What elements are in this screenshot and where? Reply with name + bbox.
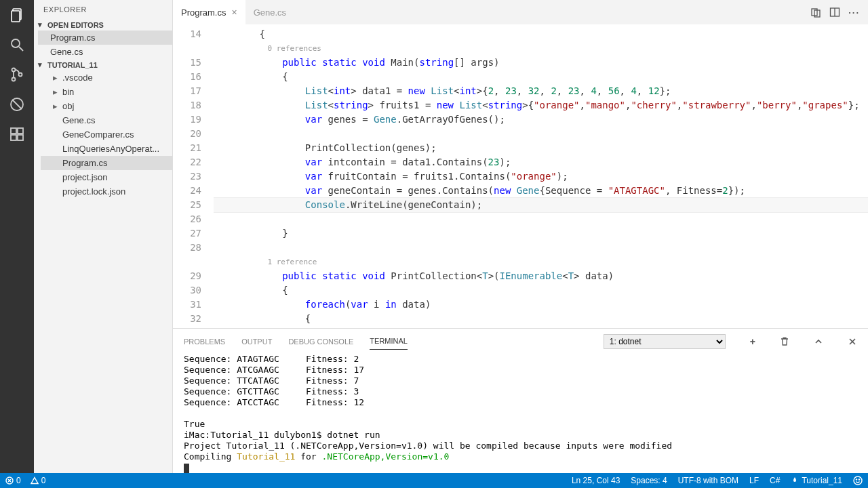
project-label: TUTORIAL_11 [47, 61, 98, 69]
code-line[interactable]: var fruitContain = fruits1.Contains("ora… [214, 169, 868, 184]
editor-tab[interactable]: Gene.cs [245, 0, 294, 24]
open-editor-item[interactable]: Gene.cs [38, 45, 172, 59]
open-editors-header[interactable]: ▾ OPEN EDITORS [34, 19, 172, 30]
code-line[interactable]: List<string> fruits1 = new List<string>{… [214, 98, 868, 113]
code-line[interactable]: { [214, 283, 868, 298]
svg-point-5 [12, 78, 16, 81]
editor-tab[interactable]: Program.cs× [173, 0, 245, 24]
code-line[interactable]: } [214, 226, 868, 241]
tree-item[interactable]: ▸.vscode [41, 70, 172, 85]
search-icon[interactable] [7, 35, 26, 54]
tree-item-label: bin [62, 87, 74, 97]
open-editor-item[interactable]: Program.cs [38, 30, 172, 45]
tree-item[interactable]: project.lock.json [41, 184, 172, 199]
code-line[interactable]: { [214, 27, 868, 41]
status-line-col[interactable]: Ln 25, Col 43 [572, 476, 620, 485]
svg-point-19 [856, 479, 856, 480]
svg-point-6 [19, 73, 22, 77]
open-editors-label: OPEN EDITORS [47, 21, 104, 29]
status-spaces[interactable]: Spaces: 4 [631, 476, 667, 485]
panel-tabs: PROBLEMS OUTPUT DEBUG CONSOLE TERMINAL 1… [173, 329, 868, 350]
tree-item[interactable]: project.json [41, 170, 172, 184]
output-tab[interactable]: OUTPUT [241, 333, 272, 350]
code-line[interactable]: var intcontain = data1.Contains(23); [214, 155, 868, 169]
explorer-icon[interactable] [7, 5, 26, 24]
panel-up-icon[interactable] [814, 337, 823, 346]
new-terminal-icon[interactable]: + [750, 336, 755, 347]
code-line[interactable]: { [214, 312, 868, 326]
code-line[interactable]: var genes = Gene.GetArrayOfGenes(); [214, 113, 868, 127]
code-editor[interactable]: 14151617181920212223242526272829303132 {… [173, 24, 868, 328]
terminal-select[interactable]: 1: dotnet [604, 334, 726, 349]
tree-item-label: project.json [62, 172, 107, 182]
tree-item[interactable]: ▸obj [41, 99, 172, 113]
tab-actions: ··· [802, 0, 868, 24]
tree-item[interactable]: GeneComparer.cs [41, 127, 172, 142]
more-icon[interactable]: ··· [848, 7, 860, 18]
svg-rect-10 [18, 128, 23, 134]
code-line[interactable]: var geneContain = genes.Contains(new Gen… [214, 184, 868, 198]
tree-item-label: Program.cs [62, 158, 107, 168]
panel-close-icon[interactable] [848, 337, 857, 346]
chevron-down-icon: ▾ [38, 20, 47, 29]
svg-line-3 [19, 47, 23, 51]
panel: PROBLEMS OUTPUT DEBUG CONSOLE TERMINAL 1… [173, 328, 868, 473]
tree-item[interactable]: Program.cs [41, 156, 172, 170]
code-line[interactable] [214, 241, 868, 255]
code-line[interactable]: PrintCollection(genes); [214, 141, 868, 155]
code-line[interactable]: List<int> data1 = new List<int>{2, 23, 3… [214, 84, 868, 98]
split-editor-icon[interactable] [829, 7, 840, 18]
svg-point-4 [12, 68, 16, 72]
project-header[interactable]: ▾ TUTORIAL_11 [34, 59, 172, 70]
debug-console-tab[interactable]: DEBUG CONSOLE [288, 333, 353, 350]
status-bar: 0 0 Ln 25, Col 43 Spaces: 4 UTF-8 with B… [0, 473, 868, 488]
code-line[interactable]: { [214, 70, 868, 84]
code-line[interactable] [214, 127, 868, 141]
svg-point-2 [12, 39, 20, 47]
code-line[interactable]: public static void PrintCollection<T>(IE… [214, 269, 868, 283]
svg-rect-9 [11, 128, 16, 134]
problems-tab[interactable]: PROBLEMS [184, 333, 225, 350]
chevron-right-icon: ▸ [53, 101, 62, 111]
status-eol[interactable]: LF [749, 476, 759, 485]
codelens[interactable]: 1 reference [214, 255, 868, 269]
status-errors[interactable]: 0 [5, 476, 21, 485]
tree-item-label: obj [62, 101, 74, 111]
tree-item[interactable]: Gene.cs [41, 113, 172, 127]
chevron-right-icon: ▸ [53, 87, 62, 97]
status-encoding[interactable]: UTF-8 with BOM [678, 476, 738, 485]
close-icon[interactable]: × [231, 7, 237, 18]
tree-item[interactable]: LinqQueriesAnyOperat... [41, 142, 172, 156]
svg-rect-11 [11, 135, 16, 140]
terminal-output[interactable]: Sequence: ATAGTAGC Fitness: 2 Sequence: … [173, 350, 868, 473]
tab-label: Program.cs [181, 7, 226, 18]
editor-group: Program.cs×Gene.cs ··· 14151617181920212… [173, 0, 868, 473]
tab-label: Gene.cs [254, 7, 286, 18]
status-warnings[interactable]: 0 [31, 476, 46, 485]
svg-line-8 [12, 100, 22, 109]
codelens[interactable]: 0 references [214, 41, 868, 56]
code-line[interactable]: Console.WriteLine(geneContain); [214, 198, 868, 212]
status-lang[interactable]: C# [770, 476, 780, 485]
code-line[interactable] [214, 212, 868, 226]
svg-rect-12 [18, 135, 23, 140]
chevron-down-icon: ▾ [38, 60, 47, 69]
chevron-right-icon: ▸ [53, 73, 62, 83]
kill-terminal-icon[interactable] [780, 337, 789, 346]
source-control-icon[interactable] [7, 65, 26, 84]
terminal-tab[interactable]: TERMINAL [370, 333, 408, 350]
tree-item-label: LinqQueriesAnyOperat... [62, 144, 159, 154]
tree-item-label: Gene.cs [62, 115, 95, 125]
tab-bar: Program.cs×Gene.cs ··· [173, 0, 868, 24]
tree-item-label: .vscode [62, 73, 93, 83]
status-feedback-icon[interactable] [853, 476, 863, 485]
open-changes-icon[interactable] [810, 7, 821, 18]
tree-item[interactable]: ▸bin [41, 85, 172, 99]
extensions-icon[interactable] [7, 125, 26, 144]
sidebar: EXPLORER ▾ OPEN EDITORS Program.csGene.c… [34, 0, 173, 473]
code-line[interactable]: public static void Main(string[] args) [214, 56, 868, 70]
debug-icon[interactable] [7, 95, 26, 114]
code-line[interactable]: foreach(var i in data) [214, 298, 868, 312]
status-project[interactable]: Tutorial_11 [791, 476, 842, 485]
activity-bar [0, 0, 34, 473]
